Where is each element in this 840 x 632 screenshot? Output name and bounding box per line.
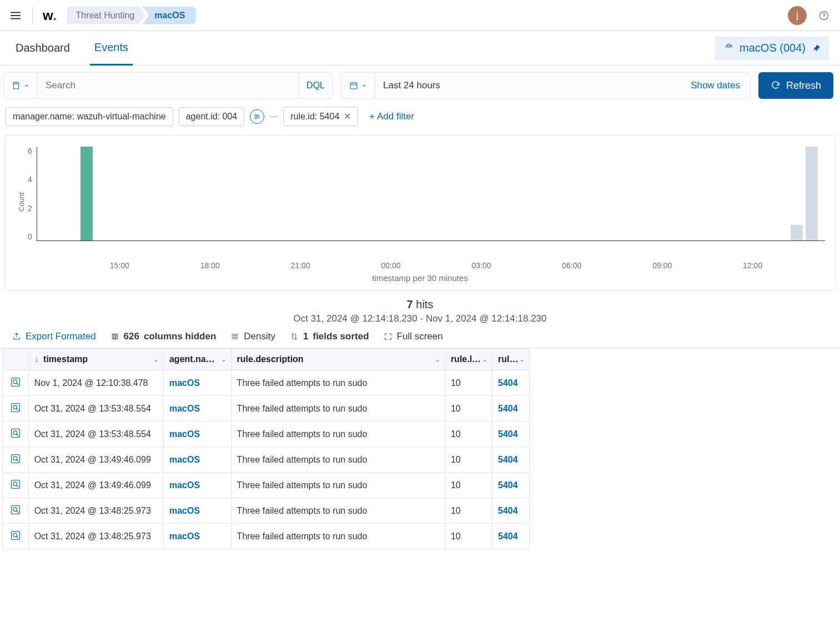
chart-bar[interactable] bbox=[806, 147, 818, 240]
search-input[interactable] bbox=[38, 73, 298, 98]
cell-rule-level: 10 bbox=[445, 396, 492, 422]
cell-agent-name[interactable]: macOS bbox=[163, 396, 231, 422]
help-button[interactable] bbox=[814, 10, 833, 21]
sort-desc-icon: ↓ bbox=[34, 354, 39, 364]
chevron-down-icon[interactable]: ⌄ bbox=[221, 355, 227, 363]
ytick: 2 bbox=[28, 204, 32, 213]
breadcrumb-macos[interactable]: macOS bbox=[142, 7, 196, 24]
col-timestamp[interactable]: ↓ timestamp ⌄ bbox=[28, 349, 163, 370]
chart-xlabel: timestamp per 30 minutes bbox=[15, 273, 825, 283]
xtick: 06:00 bbox=[562, 261, 581, 270]
tab-bar: Dashboard Events macOS (004) bbox=[0, 31, 840, 66]
search-group: DQL bbox=[3, 72, 333, 99]
avatar[interactable]: j bbox=[788, 6, 807, 25]
remove-filter-icon[interactable]: ✕ bbox=[344, 111, 351, 122]
refresh-button[interactable]: Refresh bbox=[758, 72, 833, 99]
logo-text: w bbox=[43, 8, 53, 23]
logo[interactable]: w. bbox=[38, 8, 61, 23]
columns-icon bbox=[110, 332, 119, 341]
tab-dashboard[interactable]: Dashboard bbox=[11, 31, 74, 65]
breadcrumb: Threat Hunting macOS bbox=[67, 7, 196, 24]
chart-yaxis: 6420 bbox=[28, 147, 37, 241]
xtick: 03:00 bbox=[471, 261, 491, 270]
hits-label: hits bbox=[416, 298, 433, 310]
cell-agent-name[interactable]: macOS bbox=[163, 422, 231, 447]
cell-agent-name[interactable]: macOS bbox=[163, 447, 231, 473]
col-rule-description[interactable]: rule.description ⌄ bbox=[231, 349, 445, 370]
cell-agent-name[interactable]: macOS bbox=[163, 524, 231, 549]
svg-point-19 bbox=[13, 533, 17, 537]
agent-badge[interactable]: macOS (004) bbox=[715, 37, 829, 60]
cell-rule-level: 10 bbox=[445, 524, 492, 549]
chevron-down-icon bbox=[361, 83, 367, 88]
filter-agent-id[interactable]: agent.id: 004 bbox=[179, 107, 245, 126]
dql-toggle[interactable]: DQL bbox=[298, 73, 333, 98]
topbar: w. Threat Hunting macOS j bbox=[0, 0, 840, 31]
filter-settings-button[interactable] bbox=[250, 109, 264, 124]
fullscreen-button[interactable]: Full screen bbox=[384, 331, 443, 342]
cell-rule-id[interactable]: 5404 bbox=[492, 524, 530, 549]
inspect-icon bbox=[9, 376, 22, 388]
chart-bar[interactable] bbox=[81, 147, 93, 240]
cell-rule-id[interactable]: 5404 bbox=[492, 473, 530, 498]
col-rule-level[interactable]: rule.l… ⌄ bbox=[445, 349, 492, 370]
date-quick-select[interactable] bbox=[341, 73, 375, 98]
date-group: Last 24 hours Show dates bbox=[341, 72, 751, 99]
chevron-down-icon[interactable]: ⌄ bbox=[482, 355, 487, 363]
cell-rule-id[interactable]: 5404 bbox=[492, 396, 530, 422]
inspect-icon bbox=[9, 504, 22, 516]
expand-row-button[interactable] bbox=[3, 422, 29, 447]
expand-row-button[interactable] bbox=[3, 396, 29, 422]
cell-rule-id[interactable]: 5404 bbox=[492, 498, 530, 524]
filter-manager-name[interactable]: manager.name: wazuh-virtual-machine bbox=[6, 107, 173, 126]
chart-bar[interactable] bbox=[791, 225, 803, 240]
xtick: 21:00 bbox=[291, 261, 310, 270]
cell-agent-name[interactable]: macOS bbox=[163, 370, 231, 396]
expand-row-button[interactable] bbox=[3, 370, 29, 396]
expand-row-button[interactable] bbox=[3, 498, 29, 524]
show-dates-button[interactable]: Show dates bbox=[681, 73, 750, 98]
hits-number: 7 bbox=[407, 298, 413, 310]
chevron-down-icon[interactable]: ⌄ bbox=[153, 355, 159, 363]
cell-rule-id[interactable]: 5404 bbox=[492, 422, 530, 447]
svg-rect-12 bbox=[11, 455, 19, 463]
sort-button[interactable]: 1 fields sorted bbox=[290, 331, 369, 342]
svg-rect-14 bbox=[11, 480, 19, 489]
cell-rule-description: Three failed attempts to run sudo bbox=[231, 396, 445, 422]
export-button[interactable]: Export Formated bbox=[12, 331, 96, 342]
svg-rect-10 bbox=[11, 429, 19, 438]
pin-icon[interactable] bbox=[811, 43, 821, 53]
col-rule-id[interactable]: rul… ⌄ bbox=[492, 349, 530, 370]
svg-point-1 bbox=[728, 46, 730, 47]
date-range-display[interactable]: Last 24 hours bbox=[375, 73, 681, 98]
expand-row-button[interactable] bbox=[3, 524, 29, 549]
expand-row-button[interactable] bbox=[3, 447, 29, 473]
filter-rule-id[interactable]: rule.id: 5404 ✕ bbox=[283, 107, 358, 126]
chart-plot[interactable] bbox=[37, 147, 825, 241]
cell-rule-level: 10 bbox=[445, 473, 492, 498]
col-timestamp-label: timestamp bbox=[43, 354, 88, 364]
menu-toggle[interactable] bbox=[4, 4, 27, 27]
columns-button[interactable]: 626 columns hidden bbox=[110, 331, 217, 342]
refresh-icon bbox=[771, 81, 781, 91]
col-agent-name[interactable]: agent.na… ⌄ bbox=[163, 349, 231, 370]
refresh-label: Refresh bbox=[786, 80, 821, 92]
density-label: Density bbox=[244, 331, 275, 342]
density-icon bbox=[230, 332, 239, 341]
tab-events[interactable]: Events bbox=[90, 32, 133, 66]
filter-label: manager.name: wazuh-virtual-machine bbox=[13, 112, 166, 122]
ytick: 6 bbox=[28, 147, 32, 156]
cell-agent-name[interactable]: macOS bbox=[163, 473, 231, 498]
chevron-down-icon[interactable]: ⌄ bbox=[519, 355, 525, 363]
chevron-down-icon[interactable]: ⌄ bbox=[435, 355, 440, 363]
cell-rule-id[interactable]: 5404 bbox=[492, 447, 530, 473]
breadcrumb-threat-hunting[interactable]: Threat Hunting bbox=[67, 7, 145, 24]
cell-agent-name[interactable]: macOS bbox=[163, 498, 231, 524]
export-label: Export Formated bbox=[26, 331, 96, 342]
expand-row-button[interactable] bbox=[3, 473, 29, 498]
add-filter-button[interactable]: + Add filter bbox=[364, 111, 414, 122]
inspect-icon bbox=[9, 529, 22, 541]
saved-queries-button[interactable] bbox=[4, 73, 38, 98]
density-button[interactable]: Density bbox=[230, 331, 275, 342]
cell-rule-id[interactable]: 5404 bbox=[492, 370, 530, 396]
